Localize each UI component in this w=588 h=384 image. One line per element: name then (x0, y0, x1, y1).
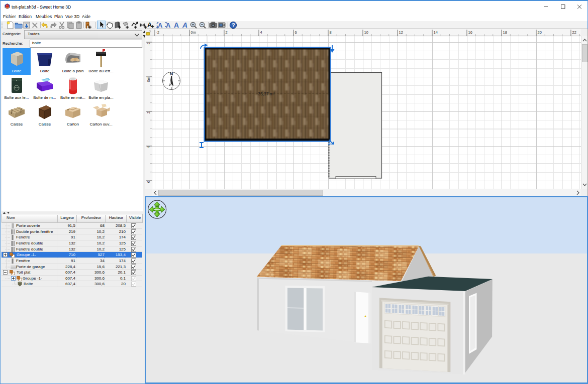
svg-text:A: A (182, 21, 187, 29)
svg-text:0m: 0m (191, 30, 196, 35)
svg-text:8: 8 (330, 30, 332, 35)
svg-text:-2: -2 (146, 42, 151, 46)
svg-text:A: A (174, 21, 179, 29)
svg-text:12: 12 (399, 30, 403, 35)
svg-text:4: 4 (146, 146, 151, 148)
svg-text:A: A (147, 21, 152, 29)
svg-text:18: 18 (503, 30, 507, 35)
svg-text:14: 14 (434, 30, 438, 35)
svg-text:6: 6 (295, 30, 297, 35)
svg-text:16: 16 (468, 30, 472, 35)
svg-text:?: ? (232, 22, 235, 28)
svg-text:A: A (158, 22, 163, 29)
svg-text:4: 4 (260, 30, 262, 35)
svg-text:2: 2 (146, 111, 151, 113)
svg-text:N: N (170, 71, 173, 76)
svg-text:35,37 m²: 35,37 m² (258, 91, 275, 96)
svg-text:6: 6 (146, 181, 151, 183)
svg-text:20: 20 (538, 30, 542, 35)
svg-text:2: 2 (226, 30, 228, 35)
svg-text:10: 10 (364, 30, 368, 35)
svg-text:-2: -2 (156, 30, 160, 35)
svg-text:22: 22 (572, 30, 576, 35)
svg-text:0m: 0m (146, 77, 151, 82)
